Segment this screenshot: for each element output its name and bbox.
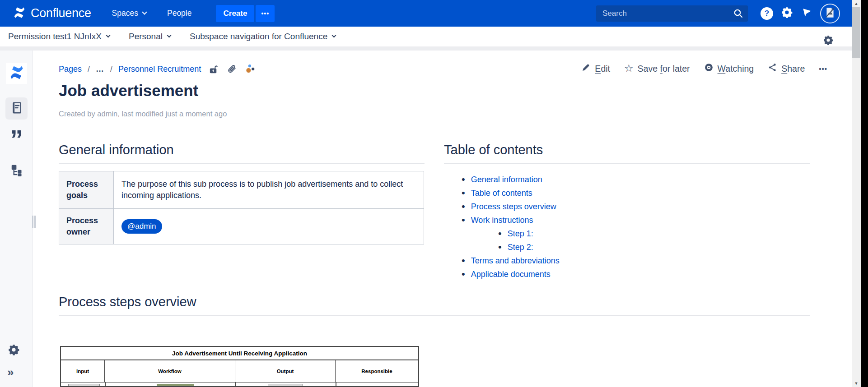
confluence-home-link[interactable]: Confluence	[13, 6, 91, 21]
personal-label: Personal	[129, 32, 163, 41]
sidebar-item-pages[interactable]	[5, 97, 28, 120]
sidebar-resize-handle[interactable]	[32, 216, 36, 228]
process-owner-label: Process owner	[59, 209, 114, 244]
table-of-contents-list: General information Table of contents Pr…	[462, 173, 560, 281]
divider	[59, 315, 810, 316]
breadcrumb-separator: /	[110, 64, 112, 74]
journal-icon	[10, 101, 23, 116]
quote-icon: ”	[10, 128, 23, 152]
toc-heading: Table of contents	[444, 143, 543, 157]
list-item: Step 2:	[498, 240, 560, 254]
process-goals-label: Process goals	[59, 171, 114, 209]
confluence-logo-icon	[13, 6, 26, 21]
chevron-down-icon	[142, 9, 147, 14]
notifications-button[interactable]	[797, 4, 817, 23]
browser-viewport: Confluence Spaces People Create ••• ?	[0, 0, 861, 387]
spaces-label: Spaces	[112, 9, 138, 18]
nav-item-spaces[interactable]: Spaces	[112, 9, 146, 18]
page-actions-bar: Edit ☆ Save for later Watching	[581, 63, 827, 74]
list-item: Terms and abbreviations	[462, 254, 560, 267]
breadcrumb-current-link[interactable]: Personnel Recruitment	[118, 64, 201, 74]
user-mention-chip[interactable]: @admin	[121, 219, 162, 233]
sidebar-item-blog[interactable]: ”	[0, 128, 33, 152]
diagram-workflow-box	[157, 384, 194, 387]
search-box	[596, 5, 748, 22]
toc-link-general-information[interactable]: General information	[471, 175, 542, 184]
top-nav-right-group: ?	[596, 4, 861, 23]
sidebar-item-page-tree[interactable]	[10, 163, 23, 179]
unrestricted-unlock-icon[interactable]	[209, 64, 219, 74]
space-settings-button[interactable]	[823, 35, 834, 47]
space-name: Permission test1 NJnIxX	[8, 32, 102, 41]
screen: Confluence Spaces People Create ••• ?	[0, 0, 868, 387]
toc-link-table-of-contents[interactable]: Table of contents	[471, 189, 532, 198]
sidebar-expand-button[interactable]: »	[7, 365, 14, 379]
toc-link-process-steps-overview[interactable]: Process steps overview	[471, 202, 556, 212]
page-more-button[interactable]: •••	[819, 65, 827, 73]
list-item: Process steps overview	[462, 200, 560, 213]
chevron-down-icon	[167, 33, 172, 38]
gear-icon	[823, 35, 834, 46]
watching-label: Watching	[718, 64, 754, 74]
sidebar-settings-button[interactable]	[8, 344, 20, 358]
diagram-header-row: Input Workflow Output Responsible	[61, 360, 418, 382]
scroll-up-button[interactable]: ▲	[852, 0, 861, 7]
chevron-down-icon	[106, 33, 111, 38]
app-dots-icon[interactable]	[245, 64, 256, 75]
search-icon[interactable]	[733, 8, 744, 21]
subspace-navigation-menu[interactable]: Subspace navigation for Confluence	[190, 32, 336, 41]
scroll-down-button[interactable]: ▼	[852, 380, 861, 387]
gear-icon	[781, 6, 793, 20]
divider	[444, 163, 810, 164]
top-navigation-bar: Confluence Spaces People Create ••• ?	[0, 0, 861, 27]
diagram-body-row	[61, 382, 418, 387]
pencil-icon	[581, 63, 591, 74]
help-button[interactable]: ?	[757, 4, 777, 23]
subspace-label: Subspace navigation for Confluence	[190, 32, 327, 41]
watching-button[interactable]: Watching	[704, 63, 754, 74]
personal-menu[interactable]: Personal	[129, 32, 171, 41]
diagram-column-input: Input	[61, 360, 105, 382]
vertical-scrollbar[interactable]: ▲ ▼	[852, 0, 861, 387]
toc-link-applicable-documents[interactable]: Applicable documents	[471, 270, 551, 279]
process-steps-heading: Process steps overview	[59, 295, 196, 309]
diagram-output-box	[268, 384, 303, 387]
attachments-paperclip-icon[interactable]	[227, 64, 237, 74]
user-avatar[interactable]	[820, 4, 840, 23]
search-input[interactable]	[596, 5, 748, 22]
create-button[interactable]: Create	[216, 5, 254, 22]
edit-button[interactable]: Edit	[581, 63, 610, 74]
share-icon	[768, 63, 777, 74]
toc-link-step-1[interactable]: Step 1:	[508, 229, 533, 239]
admin-settings-button[interactable]	[777, 4, 797, 23]
sidebar-space-logo[interactable]	[6, 63, 27, 84]
page-title: Job advertisement	[59, 82, 198, 100]
breadcrumb-pages-link[interactable]: Pages	[59, 64, 82, 74]
divider	[59, 163, 425, 164]
scrollbar-thumb[interactable]	[852, 7, 860, 58]
diagram-title: Job Advertisement Until Receiving Applic…	[61, 347, 418, 360]
share-button[interactable]: Share	[768, 63, 805, 74]
share-label: Share	[781, 64, 805, 74]
save-for-later-button[interactable]: ☆ Save for later	[624, 64, 690, 74]
list-item: Table of contents	[462, 186, 560, 200]
process-diagram-image: Job Advertisement Until Receiving Applic…	[60, 346, 419, 387]
people-label: People	[167, 9, 192, 18]
eye-icon	[704, 63, 714, 74]
space-menu[interactable]: Permission test1 NJnIxX	[8, 32, 110, 41]
breadcrumb: Pages / … / Personnel Recruitment	[59, 63, 256, 75]
nav-item-people[interactable]: People	[167, 9, 192, 18]
general-information-heading: General information	[59, 143, 174, 157]
gear-icon	[8, 344, 20, 356]
hierarchy-icon	[10, 170, 23, 178]
diagram-column-responsible: Responsible	[336, 360, 418, 382]
toc-link-work-instructions[interactable]: Work instructions	[471, 216, 533, 225]
breadcrumb-separator: /	[88, 64, 90, 74]
list-item: Applicable documents	[462, 267, 560, 281]
breadcrumb-ellipsis-button[interactable]: …	[96, 64, 104, 74]
table-row: Process owner @admin	[59, 209, 424, 244]
toc-link-step-2[interactable]: Step 2:	[508, 243, 533, 252]
diagram-input-box	[68, 384, 100, 387]
toc-link-terms-and-abbreviations[interactable]: Terms and abbreviations	[471, 256, 560, 266]
nav-more-button[interactable]: •••	[256, 5, 275, 22]
